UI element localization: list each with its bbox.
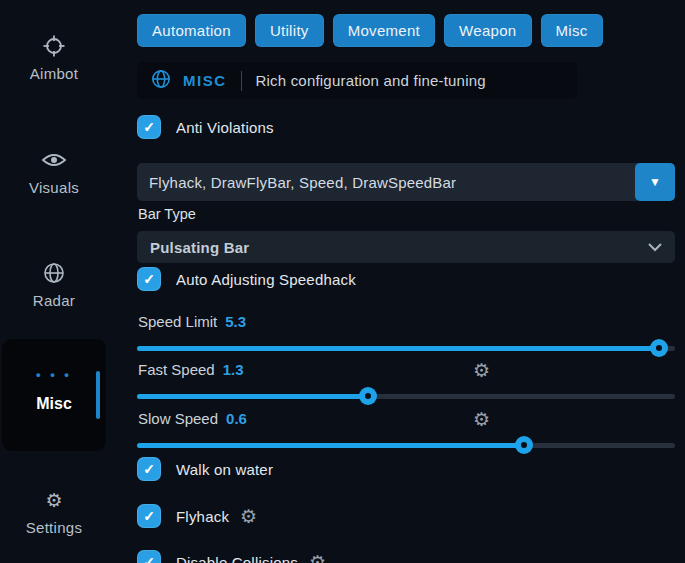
slider-thumb[interactable] — [515, 436, 533, 454]
category-tabs: Automation Utility Movement Weapon Misc — [137, 14, 675, 47]
checkbox-walk-on-water[interactable]: ✓ Walk on water — [137, 457, 273, 481]
tab-misc[interactable]: Misc — [541, 14, 603, 47]
sidebar-item-visuals[interactable]: Visuals — [0, 147, 108, 196]
section-subtitle: Rich configuration and fine-tuning — [256, 72, 486, 89]
slider-thumb[interactable] — [650, 339, 668, 357]
tab-weapon[interactable]: Weapon — [444, 14, 531, 47]
sidebar-item-radar[interactable]: Radar — [0, 260, 108, 309]
checkbox-auto-adjusting-speedhack[interactable]: ✓ Auto Adjusting Speedhack — [137, 267, 356, 291]
eye-icon — [0, 147, 108, 173]
crosshair-icon — [0, 33, 108, 59]
sidebar-item-misc-selected[interactable]: • • • Misc — [2, 339, 106, 451]
select-value: Pulsating Bar — [150, 239, 648, 256]
gear-icon[interactable]: ⚙ — [473, 361, 490, 380]
slow-speed-label-row: Slow Speed 0.6 — [138, 410, 247, 427]
checkmark-icon[interactable]: ✓ — [137, 550, 161, 563]
speed-limit-label-row: Speed Limit 5.3 — [138, 313, 246, 330]
mod-menu-window: Aimbot Visuals Radar • • • Misc ⚙ Settin… — [0, 0, 685, 563]
checkmark-icon[interactable]: ✓ — [137, 267, 161, 291]
fast-speed-label-row: Fast Speed 1.3 — [138, 361, 244, 378]
slider-value: 1.3 — [223, 361, 244, 378]
sidebar-item-label: Misc — [2, 395, 106, 413]
checkmark-icon[interactable]: ✓ — [137, 115, 161, 139]
fast-speed-slider[interactable] — [137, 387, 675, 405]
checkbox-label: Disable Collisions — [176, 554, 298, 563]
globe-icon — [0, 260, 108, 286]
checkmark-icon[interactable]: ✓ — [137, 504, 161, 528]
slider-fill — [137, 443, 524, 448]
chevron-down-icon — [648, 238, 662, 256]
slider-fill — [137, 394, 368, 399]
selected-indicator — [96, 371, 100, 419]
checkbox-label: Flyhack — [176, 508, 229, 525]
sidebar-item-label: Visuals — [0, 179, 108, 196]
checkbox-flyhack[interactable]: ✓ Flyhack ⚙ — [137, 504, 257, 528]
checkbox-label: Anti Violations — [176, 119, 274, 136]
slider-label: Fast Speed — [138, 361, 215, 378]
gear-icon[interactable]: ⚙ — [240, 507, 257, 526]
gear-icon: ⚙ — [0, 487, 108, 513]
sidebar-item-settings[interactable]: ⚙ Settings — [0, 487, 108, 536]
slider-value: 0.6 — [226, 410, 247, 427]
globe-icon — [151, 69, 171, 93]
bar-multiselect[interactable]: Flyhack, DrawFlyBar, Speed, DrawSpeedBar… — [137, 163, 675, 201]
gear-icon[interactable]: ⚙ — [309, 553, 326, 563]
sidebar-item-aimbot[interactable]: Aimbot — [0, 33, 108, 82]
sidebar-item-label: Aimbot — [0, 65, 108, 82]
slider-label: Slow Speed — [138, 410, 218, 427]
slider-thumb[interactable] — [359, 387, 377, 405]
tab-automation[interactable]: Automation — [137, 14, 246, 47]
checkbox-label: Walk on water — [176, 461, 273, 478]
tab-utility[interactable]: Utility — [255, 14, 324, 47]
dropdown-arrow-icon[interactable]: ▼ — [635, 163, 675, 201]
speed-limit-slider[interactable] — [137, 339, 675, 357]
misc-panel: Automation Utility Movement Weapon Misc … — [137, 0, 675, 563]
multiselect-value: Flyhack, DrawFlyBar, Speed, DrawSpeedBar — [137, 174, 635, 191]
checkmark-icon[interactable]: ✓ — [137, 457, 161, 481]
ellipsis-icon: • • • — [2, 367, 106, 382]
tab-movement[interactable]: Movement — [333, 14, 435, 47]
divider — [241, 71, 242, 91]
slider-label: Speed Limit — [138, 313, 217, 330]
checkbox-anti-violations[interactable]: ✓ Anti Violations — [137, 115, 274, 139]
slider-fill — [137, 346, 659, 351]
sidebar-item-label: Radar — [0, 292, 108, 309]
section-title: MISC — [183, 72, 227, 89]
bar-type-select[interactable]: Pulsating Bar — [137, 231, 675, 263]
bar-type-label: Bar Type — [138, 206, 196, 222]
gear-icon[interactable]: ⚙ — [473, 410, 490, 429]
section-header: MISC Rich configuration and fine-tuning — [137, 62, 577, 99]
sidebar-item-label: Settings — [0, 519, 108, 536]
checkbox-disable-collisions[interactable]: ✓ Disable Collisions ⚙ — [137, 550, 326, 563]
checkbox-label: Auto Adjusting Speedhack — [176, 271, 356, 288]
slow-speed-slider[interactable] — [137, 436, 675, 454]
slider-value: 5.3 — [225, 313, 246, 330]
